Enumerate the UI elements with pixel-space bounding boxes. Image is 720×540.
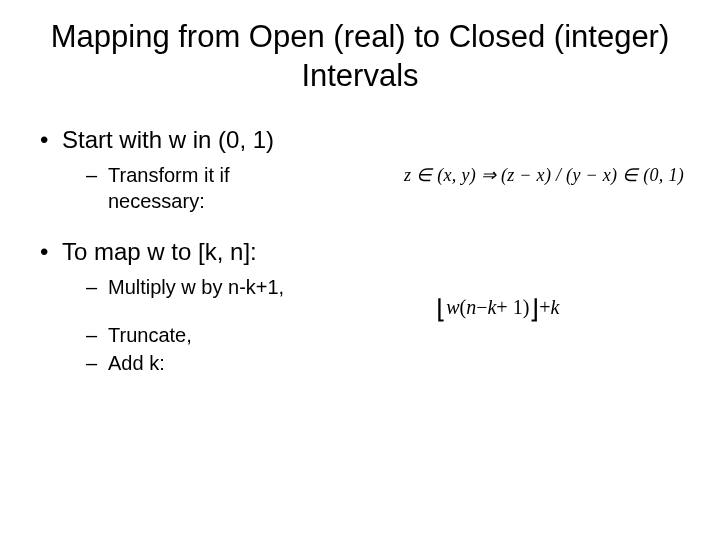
bullet-2: To map w to [k, n]: Multiply w by n-k+1,… [36, 236, 684, 376]
bullet-1-sub-1: Transform it if necessary: z ∈ (x, y) ⇒ … [62, 162, 684, 214]
bullet-2-sub-3: Add k: [62, 350, 684, 376]
bullet-2-sub-3-text: Add k: [108, 352, 165, 374]
formula-floor: ⌊w(n − k + 1)⌋ + k [436, 294, 559, 320]
formula-transform: z ∈ (x, y) ⇒ (z − x) / (y − x) ∈ (0, 1) [404, 164, 684, 187]
bullet-1-sub-1-text: Transform it if necessary: [108, 162, 298, 214]
bullet-2-sub-2: Truncate, [62, 322, 684, 348]
bullet-1-text: Start with w in (0, 1) [62, 126, 274, 153]
slide: Mapping from Open (real) to Closed (inte… [0, 0, 720, 540]
bullet-2-sub-1: Multiply w by n-k+1, ⌊w(n − k + 1)⌋ + k [62, 274, 684, 320]
bullet-list: Start with w in (0, 1) Transform it if n… [36, 124, 684, 377]
bullet-2-sub-2-text: Truncate, [108, 324, 192, 346]
bullet-2-sublist: Multiply w by n-k+1, ⌊w(n − k + 1)⌋ + k … [62, 274, 684, 376]
bullet-2-sub-1-text: Multiply w by n-k+1, [108, 274, 284, 300]
bullet-2-text: To map w to [k, n]: [62, 238, 257, 265]
bullet-1: Start with w in (0, 1) Transform it if n… [36, 124, 684, 214]
bullet-1-sublist: Transform it if necessary: z ∈ (x, y) ⇒ … [62, 162, 684, 214]
slide-title: Mapping from Open (real) to Closed (inte… [36, 18, 684, 96]
